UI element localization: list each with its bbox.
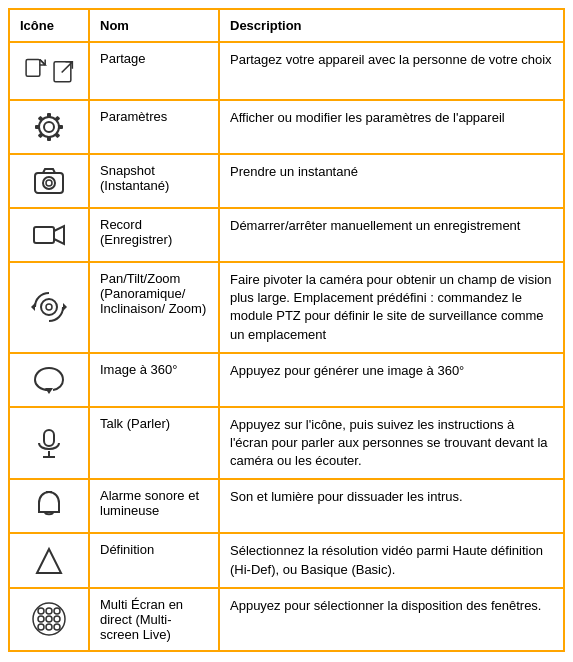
icon-definition [10, 534, 90, 586]
svg-rect-24 [44, 430, 54, 446]
row-0-desc: Partagez votre appareil avec la personne… [220, 43, 563, 99]
svg-point-5 [44, 122, 54, 132]
svg-point-31 [46, 608, 52, 614]
svg-point-30 [38, 608, 44, 614]
svg-point-35 [54, 616, 60, 622]
svg-rect-10 [58, 125, 63, 129]
icon-ptz [10, 263, 90, 352]
row-7-name: Alarme sonore et lumineuse [90, 480, 220, 532]
row-8-name: Définition [90, 534, 220, 586]
svg-point-33 [38, 616, 44, 622]
table-row: Multi Écran en direct (Multi-screen Live… [10, 589, 563, 650]
svg-marker-22 [63, 303, 67, 311]
icon-settings [10, 101, 90, 153]
icon-share [10, 43, 90, 99]
svg-rect-7 [47, 113, 51, 118]
row-8-desc: Sélectionnez la résolution vidéo parmi H… [220, 534, 563, 586]
row-5-name: Image à 360° [90, 354, 220, 406]
svg-point-36 [38, 624, 44, 630]
table-row: Partage Partagez votre appareil avec la … [10, 43, 563, 101]
row-9-name: Multi Écran en direct (Multi-screen Live… [90, 589, 220, 650]
svg-rect-18 [34, 227, 54, 243]
header-icon: Icône [10, 10, 90, 41]
row-4-desc: Faire pivoter la caméra pour obtenir un … [220, 263, 563, 352]
svg-point-6 [39, 117, 59, 137]
row-9-desc: Appuyez pour sélectionner la disposition… [220, 589, 563, 650]
icon-talk [10, 408, 90, 479]
icon-table: Icône Nom Description Partage Partagez v… [8, 8, 565, 652]
svg-point-19 [41, 299, 57, 315]
svg-marker-21 [31, 303, 35, 311]
table-row: Image à 360° Appuyez pour générer une im… [10, 354, 563, 408]
row-2-desc: Prendre un instantané [220, 155, 563, 207]
row-7-desc: Son et lumière pour dissuader les intrus… [220, 480, 563, 532]
row-2-name: Snapshot (Instantané) [90, 155, 220, 207]
icon-snapshot [10, 155, 90, 207]
svg-point-32 [54, 608, 60, 614]
header-description: Description [220, 10, 563, 41]
svg-line-1 [40, 60, 45, 65]
icon-360 [10, 354, 90, 406]
svg-point-17 [46, 180, 52, 186]
svg-rect-0 [26, 60, 40, 77]
row-6-name: Talk (Parler) [90, 408, 220, 479]
icon-multiscreen [10, 589, 90, 650]
icon-record [10, 209, 90, 261]
header-name: Nom [90, 10, 220, 41]
table-header: Icône Nom Description [10, 10, 563, 43]
row-3-name: Record (Enregistrer) [90, 209, 220, 261]
svg-point-37 [46, 624, 52, 630]
svg-point-16 [43, 177, 55, 189]
svg-marker-23 [45, 388, 53, 394]
row-6-desc: Appuyez sur l'icône, puis suivez les ins… [220, 408, 563, 479]
table-row: Alarme sonore et lumineuse Son et lumièr… [10, 480, 563, 534]
row-5-desc: Appuyez pour générer une image à 360° [220, 354, 563, 406]
table-row: Record (Enregistrer) Démarrer/arrêter ma… [10, 209, 563, 263]
table-row: Pan/Tilt/Zoom (Panoramique/ Inclinaison/… [10, 263, 563, 354]
svg-point-20 [46, 304, 52, 310]
row-1-name: Paramètres [90, 101, 220, 153]
icon-alarm [10, 480, 90, 532]
row-3-desc: Démarrer/arrêter manuellement un enregis… [220, 209, 563, 261]
row-0-name: Partage [90, 43, 220, 99]
svg-point-34 [46, 616, 52, 622]
table-row: Paramètres Afficher ou modifier les para… [10, 101, 563, 155]
row-1-desc: Afficher ou modifier les paramètres de l… [220, 101, 563, 153]
svg-marker-28 [37, 549, 61, 573]
svg-rect-8 [47, 136, 51, 141]
table-row: Talk (Parler) Appuyez sur l'icône, puis … [10, 408, 563, 481]
row-4-name: Pan/Tilt/Zoom (Panoramique/ Inclinaison/… [90, 263, 220, 352]
table-row: Définition Sélectionnez la résolution vi… [10, 534, 563, 588]
svg-point-38 [54, 624, 60, 630]
svg-rect-9 [35, 125, 40, 129]
table-row: Snapshot (Instantané) Prendre un instant… [10, 155, 563, 209]
